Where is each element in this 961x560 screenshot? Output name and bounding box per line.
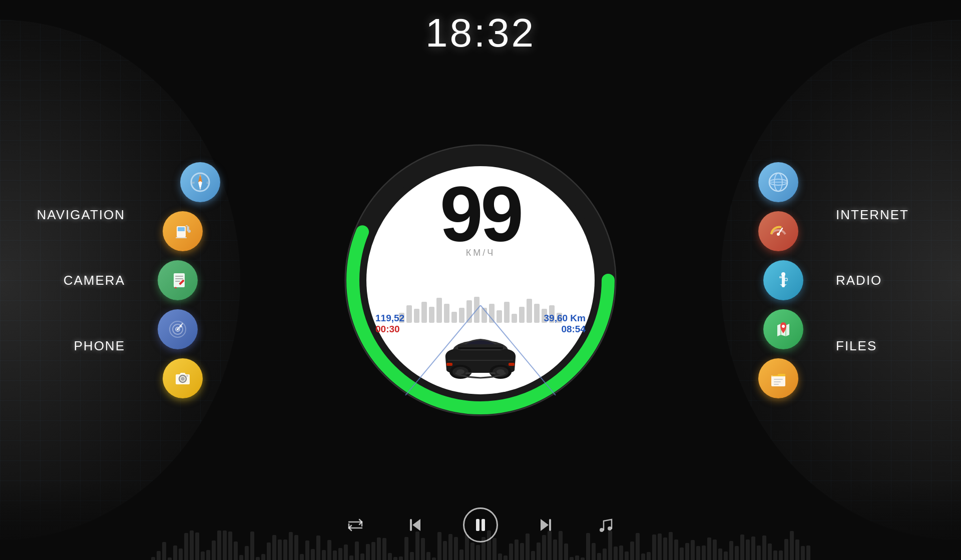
- next-button[interactable]: [533, 512, 558, 537]
- camera-label: CAMERA: [15, 272, 125, 288]
- radio-menu-item[interactable]: RADIO: [836, 267, 946, 293]
- svg-rect-44: [774, 384, 779, 385]
- svg-rect-63: [458, 344, 503, 347]
- bottom-controls: [0, 480, 961, 560]
- nav-menu-item[interactable]: NAVIGATION: [15, 202, 125, 227]
- fuel-icon-btn[interactable]: [163, 211, 203, 251]
- map-icon-btn[interactable]: [763, 309, 803, 349]
- svg-rect-9: [178, 227, 185, 231]
- music-button[interactable]: [593, 512, 618, 537]
- files-icon-btn[interactable]: [758, 358, 798, 398]
- phone-menu-item[interactable]: PHONE: [15, 333, 125, 358]
- svg-rect-65: [410, 519, 412, 531]
- svg-rect-42: [774, 379, 783, 380]
- svg-rect-69: [549, 519, 551, 531]
- svg-point-25: [180, 325, 182, 327]
- edit-icon-btn[interactable]: [158, 260, 198, 300]
- pause-button[interactable]: [463, 507, 498, 542]
- radio-label: RADIO: [836, 272, 946, 288]
- svg-rect-17: [175, 281, 180, 282]
- speed-unit: КМ/Ч: [380, 248, 581, 258]
- distance-value: 119,52: [375, 313, 404, 324]
- svg-rect-61: [490, 372, 496, 374]
- remaining-time: 08:54: [544, 324, 586, 335]
- phone-label: PHONE: [15, 338, 125, 353]
- svg-rect-37: [779, 276, 782, 278]
- svg-text:W: W: [192, 181, 195, 184]
- svg-marker-64: [412, 519, 420, 531]
- svg-point-71: [608, 526, 612, 530]
- svg-rect-16: [175, 278, 183, 279]
- speed-value: 99: [380, 175, 581, 253]
- internet-menu-item[interactable]: INTERNET: [836, 202, 946, 227]
- remaining-distance: 39,60 Km: [544, 313, 586, 324]
- svg-rect-58: [446, 363, 452, 366]
- svg-rect-15: [175, 276, 183, 277]
- svg-point-28: [186, 375, 188, 377]
- svg-point-70: [600, 528, 604, 532]
- files-label: FILES: [836, 338, 946, 353]
- svg-rect-43: [774, 381, 781, 382]
- files-menu-item[interactable]: FILES: [836, 333, 946, 358]
- prev-button[interactable]: [403, 512, 428, 537]
- svg-point-40: [782, 325, 785, 328]
- camera-menu-item[interactable]: CAMERA: [15, 267, 125, 293]
- svg-rect-10: [186, 225, 188, 226]
- svg-point-33: [769, 173, 787, 191]
- svg-text:N: N: [199, 174, 201, 177]
- svg-marker-68: [541, 519, 549, 531]
- speedometer: 99 КМ/Ч 119,52 00:30 39,60 Km 08:54: [340, 140, 621, 420]
- svg-rect-59: [509, 363, 515, 366]
- svg-rect-13: [176, 237, 187, 238]
- navigation-label: NAVIGATION: [15, 207, 125, 222]
- svg-rect-67: [482, 519, 485, 531]
- car-image: [430, 313, 531, 393]
- camera-icon-btn[interactable]: [163, 358, 203, 398]
- svg-rect-60: [465, 372, 471, 374]
- compass-icon-btn[interactable]: N S W E: [180, 162, 220, 202]
- svg-rect-38: [785, 278, 787, 281]
- svg-point-12: [188, 230, 191, 233]
- svg-text:S: S: [199, 187, 201, 190]
- repeat-button[interactable]: [343, 512, 368, 537]
- svg-rect-66: [476, 519, 479, 531]
- globe-icon-btn[interactable]: [758, 162, 798, 202]
- svg-point-27: [181, 377, 185, 381]
- trip-time: 00:30: [375, 324, 404, 335]
- time-display: 18:32: [425, 10, 536, 56]
- radar-icon-btn[interactable]: [158, 309, 198, 349]
- svg-text:E: E: [207, 181, 209, 184]
- usb-icon-btn[interactable]: [763, 260, 803, 300]
- internet-label: INTERNET: [836, 207, 946, 222]
- speedometer-icon-btn[interactable]: [758, 211, 798, 251]
